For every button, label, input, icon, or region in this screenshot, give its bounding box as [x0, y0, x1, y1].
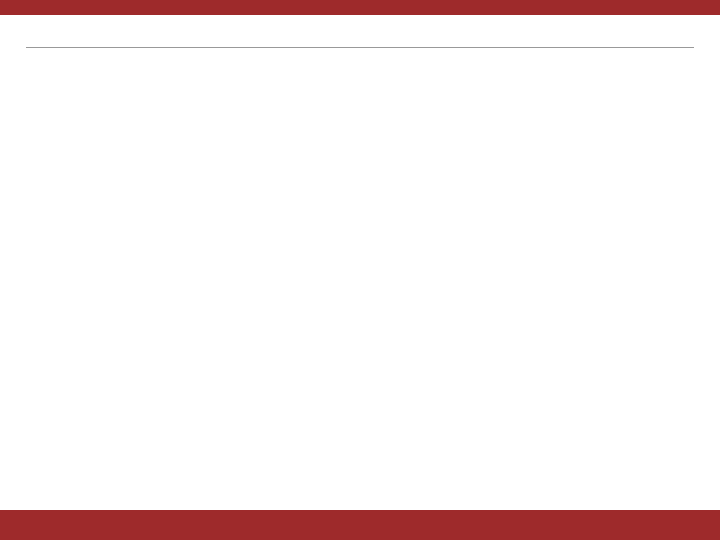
- slide: [0, 0, 720, 540]
- slide-title: [0, 15, 720, 41]
- footer-bar: [0, 510, 720, 540]
- slide-body: [0, 48, 720, 510]
- header-bar: [0, 0, 720, 15]
